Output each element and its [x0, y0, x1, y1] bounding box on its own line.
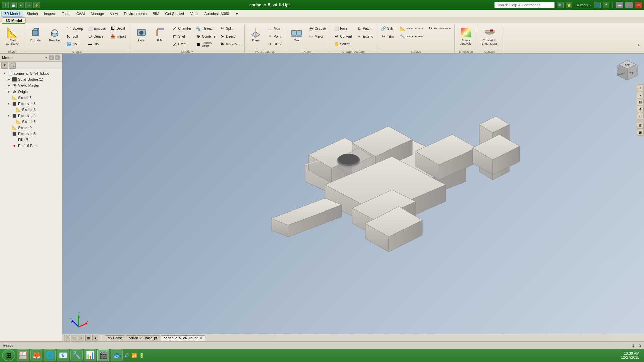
- axis-button[interactable]: ↕ Axis: [266, 25, 283, 32]
- nav-cube[interactable]: TOP RIGHT FRONT: [615, 59, 639, 82]
- menu-environments[interactable]: Environments: [121, 11, 149, 16]
- tree-item-extrusion5[interactable]: ⬛ Extrusion5: [0, 131, 62, 137]
- taskbar-icon-outlook[interactable]: 📧: [57, 349, 69, 361]
- tree-item-sketch6[interactable]: 📐 Sketch6: [0, 107, 62, 113]
- taskbar-icon-chrome[interactable]: 🌐: [44, 349, 56, 361]
- stitch-button[interactable]: 🔗 Stitch: [379, 25, 397, 32]
- tree-item-fillet3[interactable]: ⌒ Fillet3: [0, 137, 62, 143]
- help-icon[interactable]: ?: [603, 2, 609, 8]
- loft-button[interactable]: ◺ Loft: [65, 33, 85, 40]
- tab-corian-v5-base[interactable]: corian_v5_base.ipt: [126, 335, 160, 341]
- star-icon[interactable]: ⭐: [566, 2, 572, 8]
- maximize-button[interactable]: □: [625, 2, 633, 8]
- start-2d-sketch-button[interactable]: 📐 Start2D Sketch: [3, 25, 22, 47]
- view-btn-4[interactable]: ▦: [85, 335, 91, 341]
- user-icon[interactable]: 👤: [594, 2, 601, 8]
- face-button[interactable]: ⬜ Face: [332, 25, 354, 32]
- menu-inspect[interactable]: Inspect: [41, 11, 58, 16]
- save-button[interactable]: 💾: [10, 2, 17, 8]
- tree-item-solid-bodies[interactable]: ▶ ⬛ Solid Bodies(1): [0, 76, 62, 82]
- trim-button[interactable]: ✂ Trim: [379, 33, 397, 40]
- view-btn-2[interactable]: ◫: [71, 335, 77, 341]
- appearance-button[interactable]: ◫: [637, 122, 644, 129]
- revolve-button[interactable]: Revolve: [46, 25, 64, 43]
- network-icon[interactable]: 📶: [131, 353, 137, 358]
- thicken-button[interactable]: ◼ Thicken/Offset: [194, 40, 217, 48]
- repair-bodies-button[interactable]: 🔧 Repair Bodies: [398, 33, 425, 40]
- tree-item-sketch8[interactable]: 📐 Sketch8: [0, 119, 62, 125]
- start-button[interactable]: ⊞: [2, 349, 15, 361]
- menu-bim[interactable]: BIM: [150, 11, 162, 16]
- ribbon-tab-3d-model[interactable]: 3D Model: [2, 17, 26, 23]
- draft-button[interactable]: ◿ Draft: [170, 40, 193, 48]
- hole-button[interactable]: Hole: [132, 25, 150, 43]
- menu-get-started[interactable]: Get Started: [163, 11, 187, 16]
- thread-button[interactable]: 🔩 Thread: [194, 25, 217, 32]
- convert-freeform-button[interactable]: ↩ Convert: [332, 33, 354, 40]
- search-input[interactable]: [494, 2, 555, 8]
- redo-button[interactable]: ↪: [25, 2, 32, 8]
- sidebar-close-button[interactable]: ?: [49, 55, 54, 60]
- tree-item-sketch3[interactable]: 📐 Sketch3: [0, 95, 62, 101]
- minimize-button[interactable]: —: [616, 2, 623, 8]
- taskbar-icon-gimp[interactable]: 🐟: [111, 349, 123, 361]
- sidebar-filter-button[interactable]: ▼: [1, 62, 8, 69]
- sidebar-pin-button[interactable]: ✕: [55, 55, 60, 60]
- menu-tools[interactable]: Tools: [59, 11, 73, 16]
- chamfer-button[interactable]: ◸ Chamfer: [170, 25, 193, 32]
- menu-view[interactable]: View: [107, 11, 121, 16]
- mirror-button[interactable]: ⇔ Mirror: [307, 33, 328, 40]
- circular-button[interactable]: ◎ Circular: [307, 25, 328, 32]
- box-button[interactable]: Box: [287, 25, 306, 43]
- taskbar-icon-firefox[interactable]: 🦊: [30, 349, 42, 361]
- menu-manage[interactable]: Manage: [88, 11, 107, 16]
- delete-face-button[interactable]: ✖ Delete Face: [218, 40, 242, 48]
- view-btn-3[interactable]: ⊞: [78, 335, 84, 341]
- tree-item-extrusion3[interactable]: ▼ ⬛ Extrusion3: [0, 101, 62, 107]
- menu-3d-model[interactable]: 3D Model: [1, 11, 23, 17]
- close-button[interactable]: ✕: [635, 2, 642, 8]
- sweep-button[interactable]: 〰 Sweep: [65, 25, 85, 32]
- menu-cam[interactable]: CAM: [74, 11, 87, 16]
- zoom-out-button[interactable]: -: [637, 92, 644, 98]
- patch-button[interactable]: ⧉ Patch: [355, 25, 375, 32]
- ucs-button[interactable]: ⌖ UCS: [266, 40, 283, 48]
- sidebar-dropdown-arrow[interactable]: ▼: [45, 56, 48, 59]
- convert-sheet-metal-button[interactable]: Convert toSheet Metal: [479, 25, 500, 47]
- rotate-button[interactable]: ↻: [637, 113, 644, 119]
- menu-vault[interactable]: Vault: [187, 11, 201, 16]
- zoom-fit-button[interactable]: ⊡: [637, 99, 644, 105]
- derive-button[interactable]: ⬡ Derive: [86, 33, 107, 40]
- shell-button[interactable]: ◻ Shell: [170, 33, 193, 40]
- tree-item-root[interactable]: ▼ 📄 corian_c_5_v4_lid.ipt: [0, 70, 62, 76]
- menu-sketch[interactable]: Sketch: [24, 11, 41, 16]
- taskbar-icon-vlc[interactable]: 🎬: [97, 349, 109, 361]
- zoom-in-button[interactable]: +: [637, 84, 644, 91]
- grid-button[interactable]: ⊞: [637, 129, 644, 136]
- plane-button[interactable]: Plane: [247, 25, 265, 43]
- taskbar-icon-excel[interactable]: 📊: [84, 349, 96, 361]
- stress-analysis-button[interactable]: σ StressAnalysis: [457, 25, 475, 47]
- taskbar-icon-inventor[interactable]: 🔧: [70, 349, 83, 361]
- sculpt-button[interactable]: 🖐 Sculpt: [332, 40, 354, 48]
- rib-button[interactable]: ▬ Rib: [86, 40, 107, 48]
- view-btn-5[interactable]: ▲: [92, 335, 98, 341]
- pan-button[interactable]: ✥: [637, 106, 644, 112]
- tree-item-view-master[interactable]: ▶ 👁 View: Master: [0, 82, 62, 88]
- taskbar-clock[interactable]: 10:39 AM 12/27/2015: [621, 351, 642, 359]
- ribbon-collapse-button[interactable]: ▲: [635, 41, 642, 48]
- replace-face-button[interactable]: ↻ Replace Face: [426, 25, 452, 32]
- import-button[interactable]: 📥 Import: [108, 33, 127, 40]
- tree-item-extrusion4[interactable]: ▼ ⬛ Extrusion4: [0, 113, 62, 119]
- decal-button[interactable]: 🖼 Decal: [108, 25, 127, 32]
- app-icon[interactable]: I: [2, 2, 9, 8]
- tree-item-origin[interactable]: ▶ ⊕ Origin: [0, 88, 62, 95]
- coil-button[interactable]: 🌀 Coil: [65, 40, 85, 48]
- quick-launch-button[interactable]: ⚡: [33, 2, 40, 8]
- extrude-button[interactable]: Extrude: [26, 25, 45, 43]
- ruled-surface-button[interactable]: 📐 Ruled Surface: [398, 25, 425, 32]
- taskbar-icon-windows[interactable]: 🪟: [17, 349, 29, 361]
- tree-item-end-of-part[interactable]: ● End of Part: [0, 143, 62, 149]
- direct-button[interactable]: ➤ Direct: [218, 33, 242, 40]
- tree-item-sketch9[interactable]: 📐 Sketch9: [0, 125, 62, 131]
